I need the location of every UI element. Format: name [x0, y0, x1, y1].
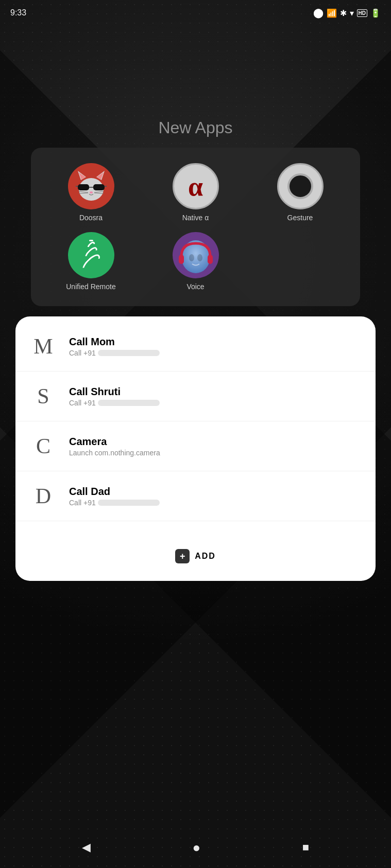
add-label: ADD	[195, 552, 216, 561]
nav-back-button[interactable]: ◀	[82, 841, 91, 854]
shortcut-subtitle-call-shruti: Call +91	[69, 399, 160, 407]
native-alpha-icon: α	[173, 163, 219, 209]
app-item-doosra[interactable]: Doosra	[68, 163, 114, 222]
svg-rect-7	[93, 184, 105, 190]
shortcuts-card: M Call Mom Call +91 S Call Shruti Call +…	[15, 316, 376, 581]
wifi-icon: ▾	[350, 8, 354, 18]
app-item-voice[interactable]: Voice	[173, 232, 219, 291]
shortcut-text-camera: Camera Launch com.nothing.camera	[69, 436, 160, 457]
svg-point-20	[197, 254, 202, 261]
shortcut-item-call-shruti[interactable]: S Call Shruti Call +91	[15, 371, 376, 421]
svg-point-19	[189, 254, 194, 261]
app-grid: Doosra α Native α Gesture	[41, 163, 350, 291]
bluetooth-icon: ✱	[340, 8, 347, 18]
signal-icon: 📶	[327, 8, 337, 18]
shortcut-letter-m: M	[28, 331, 59, 362]
status-bar: 9:33 ⬤ 📶 ✱ ▾ HD 🔋	[0, 0, 391, 26]
alpha-symbol: α	[188, 171, 203, 202]
app-item-native-alpha[interactable]: α Native α	[173, 163, 219, 222]
nav-home-button[interactable]: ●	[192, 840, 200, 856]
nav-recent-button[interactable]: ■	[302, 841, 309, 854]
shortcut-text-call-shruti: Call Shruti Call +91	[69, 386, 160, 407]
shortcut-title-call-dad: Call Dad	[69, 486, 160, 498]
hd-icon: HD	[357, 9, 367, 17]
shortcut-letter-d: D	[28, 481, 59, 511]
new-apps-heading: New Apps	[0, 118, 391, 137]
shortcut-text-call-mom: Call Mom Call +91	[69, 336, 160, 357]
unified-remote-label: Unified Remote	[66, 282, 116, 291]
shortcut-item-call-dad[interactable]: D Call Dad Call +91	[15, 471, 376, 521]
shortcut-title-camera: Camera	[69, 436, 160, 448]
shortcut-letter-s: S	[28, 381, 59, 412]
unified-wifi-symbol	[80, 240, 103, 271]
native-alpha-label: Native α	[182, 214, 209, 222]
app-item-gesture[interactable]: Gesture	[277, 163, 324, 222]
shortcut-subtitle-call-dad: Call +91	[69, 499, 160, 507]
svg-point-11	[90, 191, 93, 193]
shortcut-item-camera[interactable]: C Camera Launch com.nothing.camera	[15, 421, 376, 471]
doosra-label: Doosra	[79, 214, 103, 222]
shortcut-title-call-mom: Call Mom	[69, 336, 160, 348]
battery-icon: 🔋	[370, 8, 381, 18]
svg-rect-17	[179, 255, 184, 264]
voice-icon	[173, 232, 219, 278]
gesture-icon	[277, 163, 324, 209]
gesture-inner-circle	[287, 173, 313, 199]
circle-icon: ⬤	[313, 7, 324, 19]
shortcut-letter-c: C	[28, 431, 59, 462]
shortcut-item-call-mom[interactable]: M Call Mom Call +91	[15, 322, 376, 371]
shortcut-subtitle-call-mom: Call +91	[69, 349, 160, 357]
shortcut-title-call-shruti: Call Shruti	[69, 386, 160, 398]
status-time: 9:33	[10, 8, 26, 17]
voice-label: Voice	[186, 282, 204, 291]
status-icons: ⬤ 📶 ✱ ▾ HD 🔋	[313, 7, 381, 19]
nav-bar: ◀ ● ■	[0, 827, 391, 868]
doosra-icon	[68, 163, 114, 209]
shortcut-text-call-dad: Call Dad Call +91	[69, 486, 160, 507]
svg-rect-6	[78, 184, 89, 190]
gesture-label: Gesture	[287, 214, 313, 222]
app-grid-card: Doosra α Native α Gesture	[31, 148, 360, 306]
add-button[interactable]: + ADD	[15, 537, 376, 576]
shortcut-subtitle-camera: Launch com.nothing.camera	[69, 449, 160, 457]
add-plus-icon: +	[175, 549, 190, 563]
app-item-unified-remote[interactable]: Unified Remote	[66, 232, 116, 291]
unified-remote-icon	[68, 232, 114, 278]
svg-rect-18	[208, 255, 213, 264]
